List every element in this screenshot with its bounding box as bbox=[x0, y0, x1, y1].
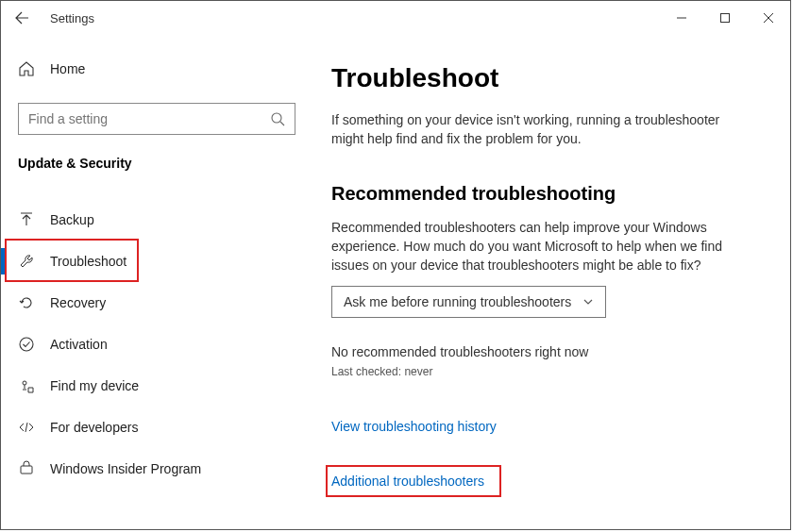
sidebar-item-label: For developers bbox=[50, 420, 138, 435]
back-arrow-icon bbox=[14, 10, 29, 25]
recovery-icon bbox=[18, 294, 37, 311]
sidebar-item-findmydevice[interactable]: Find my device bbox=[1, 365, 312, 407]
maximize-icon bbox=[719, 12, 731, 24]
wrench-icon bbox=[18, 253, 37, 270]
minimize-button[interactable] bbox=[660, 1, 703, 35]
svg-rect-1 bbox=[721, 14, 730, 23]
sidebar-item-label: Activation bbox=[50, 337, 108, 352]
minimize-icon bbox=[676, 12, 687, 24]
svg-rect-6 bbox=[21, 466, 32, 474]
back-button[interactable] bbox=[14, 10, 33, 25]
search-box[interactable] bbox=[18, 103, 295, 135]
window-title: Settings bbox=[50, 11, 94, 25]
sidebar-home[interactable]: Home bbox=[1, 50, 312, 88]
page-title: Troubleshoot bbox=[331, 63, 752, 93]
sidebar-item-label: Backup bbox=[50, 212, 94, 227]
find-device-icon bbox=[18, 377, 37, 394]
status-line: No recommended troubleshooters right now bbox=[331, 344, 752, 359]
sidebar-item-label: Find my device bbox=[50, 378, 139, 393]
sidebar-item-activation[interactable]: Activation bbox=[1, 324, 312, 365]
sidebar-home-label: Home bbox=[50, 61, 85, 76]
sidebar-item-label: Troubleshoot bbox=[50, 254, 127, 269]
dropdown-value: Ask me before running troubleshooters bbox=[344, 294, 571, 309]
svg-point-2 bbox=[272, 113, 281, 123]
insider-icon bbox=[18, 460, 37, 477]
sidebar-item-developers[interactable]: For developers bbox=[1, 407, 312, 448]
sidebar-item-label: Windows Insider Program bbox=[50, 461, 201, 476]
page-intro: If something on your device isn't workin… bbox=[331, 110, 728, 149]
svg-point-4 bbox=[20, 338, 33, 351]
link-troubleshooting-history[interactable]: View troubleshooting history bbox=[331, 419, 497, 434]
sidebar-item-backup[interactable]: Backup bbox=[1, 199, 312, 241]
troubleshooter-preference-dropdown[interactable]: Ask me before running troubleshooters bbox=[331, 286, 606, 318]
sidebar-section-header: Update & Security bbox=[1, 135, 312, 171]
maximize-button[interactable] bbox=[703, 1, 747, 35]
sidebar-item-recovery[interactable]: Recovery bbox=[1, 282, 312, 324]
sidebar-item-insider[interactable]: Windows Insider Program bbox=[1, 448, 312, 490]
close-button[interactable] bbox=[747, 1, 790, 35]
check-circle-icon bbox=[18, 336, 37, 353]
section-title: Recommended troubleshooting bbox=[331, 183, 752, 205]
developers-icon bbox=[18, 419, 37, 436]
backup-icon bbox=[18, 211, 37, 228]
search-icon bbox=[270, 111, 285, 126]
section-body: Recommended troubleshooters can help imp… bbox=[331, 218, 728, 275]
sidebar-item-troubleshoot[interactable]: Troubleshoot bbox=[1, 241, 312, 282]
search-input[interactable] bbox=[28, 111, 270, 126]
home-icon bbox=[18, 60, 37, 77]
close-icon bbox=[763, 12, 774, 24]
link-additional-troubleshooters[interactable]: Additional troubleshooters bbox=[331, 474, 484, 489]
svg-point-5 bbox=[23, 381, 26, 385]
sidebar-item-label: Recovery bbox=[50, 295, 106, 310]
chevron-down-icon bbox=[582, 296, 594, 308]
last-checked: Last checked: never bbox=[331, 365, 752, 378]
svg-line-3 bbox=[280, 122, 284, 125]
